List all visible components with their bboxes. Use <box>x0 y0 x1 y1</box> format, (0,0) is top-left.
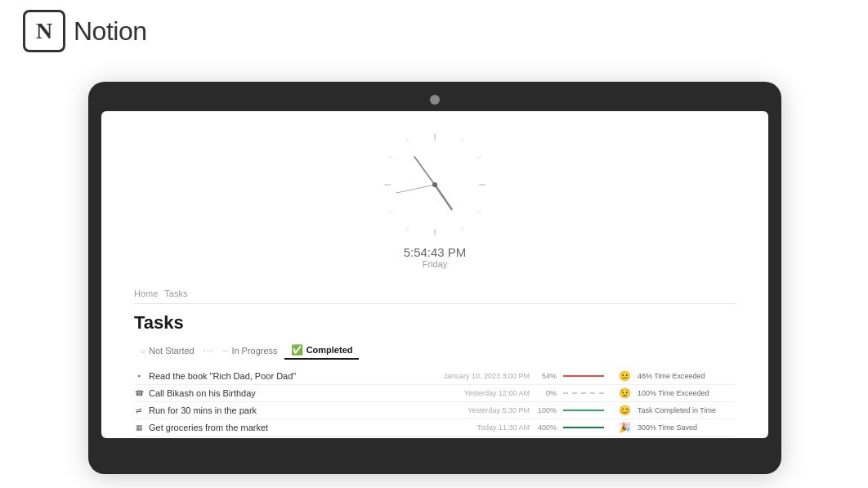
task-emoji-1: 😟 <box>619 387 631 399</box>
notion-logo-icon: N <box>23 10 65 52</box>
not-started-icon: ○ <box>141 347 145 356</box>
task-percent-1: 0% <box>536 389 557 397</box>
breadcrumb-tasks[interactable]: Tasks <box>164 289 187 298</box>
tab-separator-1: ··· <box>203 343 213 358</box>
task-row: ⇌ Run for 30 mins in the park Yesterday … <box>134 402 736 419</box>
tab-in-progress-label: In Progress <box>231 346 277 356</box>
svg-line-12 <box>435 184 452 210</box>
task-name-0: Read the book "Rich Dad, Poor Dad" <box>149 371 296 381</box>
clock-time: 5:54:43 PM <box>404 245 467 259</box>
filter-tabs: ○ Not Started ··· ··· In Progress ✅ Comp… <box>134 342 736 360</box>
task-bar-2 <box>563 410 612 411</box>
laptop-camera <box>430 95 440 105</box>
task-percent-0: 54% <box>536 372 557 380</box>
tab-completed[interactable]: ✅ Completed <box>284 342 360 360</box>
task-date-1: Yesterday 12:00 AM <box>432 389 530 397</box>
analog-clock <box>378 128 492 242</box>
task-date-3: Today 11:30 AM <box>432 423 530 432</box>
task-list: ▪ Read the book "Rich Dad, Poor Dad" Jan… <box>134 368 736 437</box>
task-bar-1 <box>563 392 612 394</box>
svg-line-13 <box>414 157 435 185</box>
svg-line-8 <box>477 211 481 213</box>
svg-line-9 <box>389 211 393 213</box>
laptop-screen: 5:54:43 PM Friday Home Tasks Tasks ○ Not… <box>101 111 768 438</box>
task-status-text-3: 300% Time Saved <box>638 423 736 432</box>
task-emoji-2: 😊 <box>619 405 631 416</box>
tab-not-started-label: Not Started <box>149 346 195 356</box>
breadcrumb: Home Tasks <box>134 282 736 304</box>
svg-line-6 <box>477 156 481 159</box>
task-date-0: January 10, 2023 3:00 PM <box>432 372 530 380</box>
clock-day: Friday <box>404 259 467 269</box>
task-row: ☎ Call Bikash on his Birthday Yesterday … <box>134 385 736 402</box>
task-right-1: Yesterday 12:00 AM 0% 😟 100% Time Exceed… <box>432 387 736 399</box>
task-left-3: ▦ Get groceries from the market <box>134 423 432 432</box>
clock-section: 5:54:43 PM Friday <box>134 111 736 282</box>
svg-line-14 <box>396 185 435 193</box>
page-title: Tasks <box>134 312 736 334</box>
clock-time-display: 5:54:43 PM Friday <box>404 245 467 269</box>
svg-line-4 <box>461 139 463 143</box>
task-bar-3 <box>563 427 612 428</box>
screen-content: 5:54:43 PM Friday Home Tasks Tasks ○ Not… <box>101 111 768 438</box>
task-icon-1: ☎ <box>134 388 144 398</box>
task-bar-line-1 <box>563 392 604 394</box>
task-emoji-3: 🎉 <box>619 422 631 433</box>
svg-line-7 <box>389 156 393 159</box>
task-percent-2: 100% <box>536 406 557 414</box>
laptop-frame: 5:54:43 PM Friday Home Tasks Tasks ○ Not… <box>88 82 781 474</box>
task-left-2: ⇌ Run for 30 mins in the park <box>134 405 432 415</box>
svg-line-5 <box>406 139 409 143</box>
task-date-2: Yesterday 5:30 PM <box>432 406 530 414</box>
task-left-1: ☎ Call Bikash on his Birthday <box>134 388 432 398</box>
tab-not-started[interactable]: ○ Not Started <box>134 343 201 358</box>
task-status-text-1: 100% Time Exceeded <box>638 389 736 397</box>
completed-icon: ✅ <box>291 344 303 356</box>
task-status-text-2: Task Completed in Time <box>638 406 736 414</box>
task-icon-3: ▦ <box>134 423 144 432</box>
task-right-0: January 10, 2023 3:00 PM 54% 😐 46% Time … <box>432 370 736 382</box>
task-bar-line-2 <box>563 410 604 411</box>
task-name-2: Run for 30 mins in the park <box>149 405 257 415</box>
task-right-3: Today 11:30 AM 400% 🎉 300% Time Saved <box>432 422 736 433</box>
tab-in-progress[interactable]: ··· In Progress <box>215 343 284 358</box>
task-left-0: ▪ Read the book "Rich Dad, Poor Dad" <box>134 371 432 381</box>
task-right-2: Yesterday 5:30 PM 100% 😊 Task Completed … <box>432 405 736 416</box>
task-emoji-0: 😐 <box>619 370 631 382</box>
task-percent-3: 400% <box>536 423 557 432</box>
breadcrumb-home[interactable]: Home <box>134 289 158 298</box>
svg-point-15 <box>432 182 437 187</box>
task-row: ▪ Read the book "Rich Dad, Poor Dad" Jan… <box>134 368 736 385</box>
task-bar-0 <box>563 375 612 377</box>
task-bar-line-3 <box>563 427 604 428</box>
task-name-1: Call Bikash on his Birthday <box>149 388 256 398</box>
notion-title: Notion <box>74 16 147 47</box>
svg-line-10 <box>461 226 463 231</box>
task-row: ▦ Get groceries from the market Today 11… <box>134 419 736 437</box>
tab-completed-label: Completed <box>306 345 353 355</box>
task-icon-2: ⇌ <box>134 405 144 415</box>
task-icon-0: ▪ <box>134 371 144 381</box>
task-status-text-0: 46% Time Exceeded <box>638 372 736 380</box>
svg-line-11 <box>406 226 409 231</box>
task-name-3: Get groceries from the market <box>149 423 268 432</box>
task-bar-line-0 <box>563 375 604 377</box>
in-progress-icon: ··· <box>221 347 228 356</box>
notion-logo-area: N Notion <box>23 10 147 52</box>
